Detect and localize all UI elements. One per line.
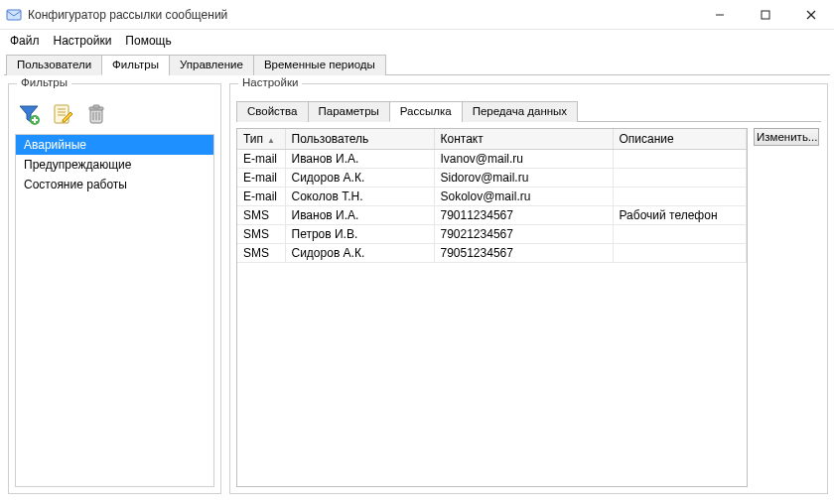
table-row[interactable]: SMSСидоров А.К.79051234567 (237, 244, 747, 263)
table-row[interactable]: E-mailСидоров А.К.Sidorov@mail.ru (237, 169, 747, 188)
button-column: Изменить... (754, 128, 821, 487)
tab-users[interactable]: Пользователи (6, 55, 102, 75)
settings-group-title: Настройки (238, 76, 302, 88)
tab-transfer[interactable]: Передача данных (462, 101, 578, 122)
change-button[interactable]: Изменить... (754, 128, 819, 146)
main-tabstrip: Пользователи Фильтры Управление Временны… (4, 54, 830, 75)
edit-filter-icon[interactable] (51, 102, 74, 126)
menu-settings[interactable]: Настройки (54, 34, 112, 48)
cell-user: Соколов Т.Н. (285, 188, 434, 206)
tab-control[interactable]: Управление (169, 55, 254, 75)
col-descr[interactable]: Описание (613, 129, 747, 150)
titlebar: Конфигуратор рассылки сообщений (0, 0, 834, 30)
cell-user: Сидоров А.К. (285, 244, 434, 263)
cell-type: SMS (237, 225, 285, 244)
settings-tabstrip: Свойства Параметры Рассылка Передача дан… (236, 100, 821, 122)
tab-filters[interactable]: Фильтры (101, 55, 170, 75)
cell-user: Петров И.В. (285, 225, 434, 244)
cell-contact: Sidorov@mail.ru (434, 169, 613, 188)
maximize-button[interactable] (743, 0, 788, 29)
svg-rect-16 (93, 105, 99, 108)
col-contact[interactable]: Контакт (434, 129, 613, 150)
cell-descr (613, 150, 747, 169)
table-row[interactable]: SMSПетров И.В.79021234567 (237, 225, 747, 244)
app-icon (6, 7, 22, 23)
filters-group-title: Фильтры (17, 76, 71, 88)
cell-type: SMS (237, 206, 285, 225)
tab-props[interactable]: Свойства (236, 101, 309, 122)
cell-descr (613, 225, 747, 244)
content-area: Фильтры (0, 75, 834, 500)
list-item[interactable]: Состояние работы (16, 175, 213, 194)
cell-type: E-mail (237, 188, 285, 206)
settings-body: Тип▲ Пользователь Контакт Описание E-mai… (236, 128, 821, 487)
window-controls (697, 0, 834, 29)
svg-rect-0 (7, 10, 21, 20)
cell-descr: Рабочий телефон (613, 206, 747, 225)
filters-list[interactable]: Аварийные Предупреждающие Состояние рабо… (15, 134, 214, 487)
mailing-table-container: Тип▲ Пользователь Контакт Описание E-mai… (236, 128, 748, 487)
svg-rect-2 (762, 11, 769, 19)
close-button[interactable] (788, 0, 834, 29)
cell-type: E-mail (237, 150, 285, 169)
cell-contact: Ivanov@mail.ru (434, 150, 613, 169)
menubar: Файл Настройки Помощь (0, 30, 834, 54)
menu-help[interactable]: Помощь (125, 34, 171, 48)
add-filter-icon[interactable] (17, 102, 41, 126)
cell-user: Иванов И.А. (285, 150, 434, 169)
cell-contact: 79021234567 (434, 225, 613, 244)
list-item[interactable]: Аварийные (16, 135, 213, 155)
table-row[interactable]: E-mailСоколов Т.Н.Sokolov@mail.ru (237, 188, 747, 206)
table-row[interactable]: SMSИванов И.А.79011234567Рабочий телефон (237, 206, 747, 225)
cell-contact: 79011234567 (434, 206, 613, 225)
minimize-button[interactable] (697, 0, 743, 29)
cell-user: Иванов И.А. (285, 206, 434, 225)
cell-contact: Sokolov@mail.ru (434, 188, 613, 206)
cell-descr (613, 244, 747, 263)
filters-groupbox: Фильтры (8, 83, 221, 494)
tab-mailing[interactable]: Рассылка (389, 101, 463, 122)
cell-user: Сидоров А.К. (285, 169, 434, 188)
mailing-table[interactable]: Тип▲ Пользователь Контакт Описание E-mai… (237, 129, 747, 263)
delete-filter-icon[interactable] (84, 102, 108, 126)
table-row[interactable]: E-mailИванов И.А.Ivanov@mail.ru (237, 150, 747, 169)
sort-asc-icon: ▲ (267, 136, 275, 145)
cell-type: SMS (237, 244, 285, 263)
col-type[interactable]: Тип▲ (237, 129, 285, 150)
settings-groupbox: Настройки Свойства Параметры Рассылка Пе… (229, 83, 828, 494)
cell-descr (613, 169, 747, 188)
tab-params[interactable]: Параметры (308, 101, 390, 122)
window-title: Конфигуратор рассылки сообщений (28, 8, 697, 22)
cell-type: E-mail (237, 169, 285, 188)
col-user[interactable]: Пользователь (285, 129, 434, 150)
col-type-label: Тип (243, 132, 263, 146)
filters-toolbar (15, 100, 214, 134)
menu-file[interactable]: Файл (10, 34, 40, 48)
tab-time-periods[interactable]: Временные периоды (253, 55, 386, 75)
list-item[interactable]: Предупреждающие (16, 155, 213, 175)
cell-contact: 79051234567 (434, 244, 613, 263)
cell-descr (613, 188, 747, 206)
